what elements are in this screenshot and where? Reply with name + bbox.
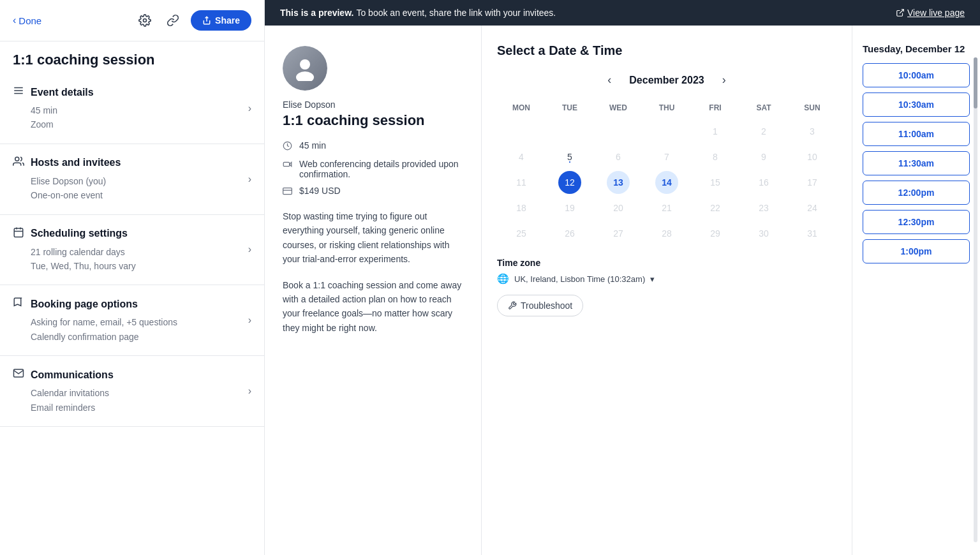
cal-day-24: 24 [801, 196, 824, 219]
day-header-mon: MON [497, 101, 546, 115]
cal-day-7: 7 [655, 145, 678, 168]
calendar-invitations: Calendar invitations [31, 386, 251, 400]
svg-point-5 [15, 157, 19, 161]
credit-card-icon [283, 186, 293, 198]
communications-section[interactable]: Communications Calendar invitations Emai… [0, 356, 264, 427]
cal-day-12[interactable]: 12 [558, 171, 581, 194]
svg-line-10 [900, 10, 903, 13]
cal-day-21: 21 [655, 196, 678, 219]
time-slot-1030am[interactable]: 10:30am [863, 93, 970, 117]
scheduling-settings-section[interactable]: Scheduling settings 21 rolling calendar … [0, 215, 264, 286]
troubleshoot-button[interactable]: Troubleshoot [497, 295, 583, 316]
link-button[interactable] [163, 10, 183, 31]
calendar-week-4: 18 19 20 21 22 23 24 [497, 196, 836, 219]
event-details-section[interactable]: Event details 45 min Zoom › [0, 73, 264, 144]
time-slot-1000am[interactable]: 10:00am [863, 63, 970, 87]
page-title: 1:1 coaching session [0, 41, 264, 73]
timezone-select[interactable]: 🌐 UK, Ireland, Lisbon Time (10:32am) ▾ [497, 273, 836, 285]
cal-day-31: 31 [801, 222, 824, 245]
cal-day-14[interactable]: 14 [655, 171, 678, 194]
cal-day-4: 4 [510, 145, 533, 168]
cal-day-15: 15 [704, 171, 727, 194]
share-button[interactable]: Share [191, 10, 251, 31]
cal-day-30: 30 [752, 222, 775, 245]
timezone-section: Time zone 🌐 UK, Ireland, Lisbon Time (10… [497, 258, 836, 285]
time-slot-1230pm[interactable]: 12:30pm [863, 210, 970, 234]
scheduling-hours: Tue, Wed, Thu, hours vary [31, 259, 251, 273]
link-icon [167, 14, 179, 27]
time-slot-1100am[interactable]: 11:00am [863, 122, 970, 146]
hosts-invitees-section[interactable]: Hosts and invitees Elise Dopson (you) On… [0, 144, 264, 215]
day-header-fri: FRI [691, 101, 739, 115]
settings-button[interactable] [135, 10, 155, 31]
day-header-sat: SAT [739, 101, 788, 115]
cal-day-11: 11 [510, 171, 533, 194]
globe-icon: 🌐 [497, 273, 509, 285]
booking-page-options-title: Booking page options [31, 299, 138, 310]
event-details-chevron: › [248, 103, 251, 114]
svg-point-11 [300, 59, 310, 70]
scrollbar-thumb[interactable] [974, 57, 977, 108]
external-link-icon [896, 8, 905, 17]
avatar-image [283, 46, 327, 91]
conferencing-label: Web conferencing details provided upon c… [299, 159, 463, 179]
menu-icon [13, 85, 24, 100]
timezone-value: UK, Ireland, Lisbon Time (10:32am) [514, 274, 645, 284]
back-link[interactable]: ‹ Done [13, 15, 41, 26]
wrench-icon [508, 301, 517, 310]
scheduling-settings-chevron: › [248, 244, 251, 255]
cal-day-5[interactable]: 5 [558, 145, 581, 168]
right-panel: This is a preview. To book an event, sha… [265, 0, 980, 555]
svg-point-12 [296, 71, 314, 81]
conferencing-meta: Web conferencing details provided upon c… [283, 159, 463, 179]
time-slot-100pm[interactable]: 1:00pm [863, 239, 970, 263]
booking-event-title: 1:1 coaching session [283, 112, 463, 129]
cal-day-6: 6 [607, 145, 630, 168]
booking-center: Select a Date & Time ‹ December 2023 › M… [482, 26, 852, 555]
calendar-icon [13, 226, 24, 241]
cal-day-20: 20 [607, 196, 630, 219]
cal-day-13[interactable]: 13 [607, 171, 630, 194]
preview-banner: This is a preview. To book an event, sha… [265, 0, 980, 26]
booking-left: Elise Dopson 1:1 coaching session 45 min [265, 26, 482, 555]
timezone-chevron-icon: ▾ [650, 274, 655, 284]
day-header-wed: WED [594, 101, 642, 115]
back-label: Done [19, 15, 41, 26]
hosts-invitees-chevron: › [248, 174, 251, 185]
cal-day-3: 3 [801, 120, 824, 143]
calendar-month-year: December 2023 [629, 75, 704, 86]
bookmark-icon [13, 297, 24, 311]
duration-meta: 45 min [283, 140, 463, 152]
communications-title: Communications [31, 369, 114, 381]
calendar-week-2: 4 5 6 7 8 9 10 [497, 145, 836, 168]
hosts-invitees-title: Hosts and invitees [31, 157, 121, 168]
prev-month-button[interactable]: ‹ [602, 71, 616, 89]
day-header-tue: TUE [546, 101, 594, 115]
view-live-link[interactable]: View live page [896, 8, 965, 18]
clock-icon [283, 141, 293, 152]
cal-day-18: 18 [510, 196, 533, 219]
mail-icon [13, 367, 24, 382]
cal-day-22: 22 [704, 196, 727, 219]
video-icon [283, 159, 293, 171]
booking-page-options-section[interactable]: Booking page options Asking for name, em… [0, 285, 264, 356]
back-arrow-icon: ‹ [13, 15, 16, 26]
share-icon [202, 16, 211, 25]
calendar-week-3: 11 12 13 14 15 16 17 [497, 171, 836, 194]
svg-rect-6 [14, 228, 23, 237]
cal-empty [558, 120, 581, 143]
time-slot-1130am[interactable]: 11:30am [863, 151, 970, 175]
cal-day-17: 17 [801, 171, 824, 194]
event-meta: 45 min Web conferencing details provided… [283, 140, 463, 198]
booking-page-options-chevron: › [248, 314, 251, 326]
hosts-invitees-type: One-on-one event [31, 188, 251, 202]
cal-day-2: 2 [752, 120, 775, 143]
calendar-grid: MON TUE WED THU FRI SAT SUN 1 2 3 [497, 101, 836, 245]
cal-empty [607, 120, 630, 143]
day-header-thu: THU [642, 101, 691, 115]
top-nav-icons: Share [135, 10, 251, 31]
description-2: Book a 1:1 coaching session and come awa… [283, 278, 463, 336]
next-month-button[interactable]: › [717, 71, 731, 89]
time-slot-1200pm[interactable]: 12:00pm [863, 181, 970, 205]
cal-day-9: 9 [752, 145, 775, 168]
